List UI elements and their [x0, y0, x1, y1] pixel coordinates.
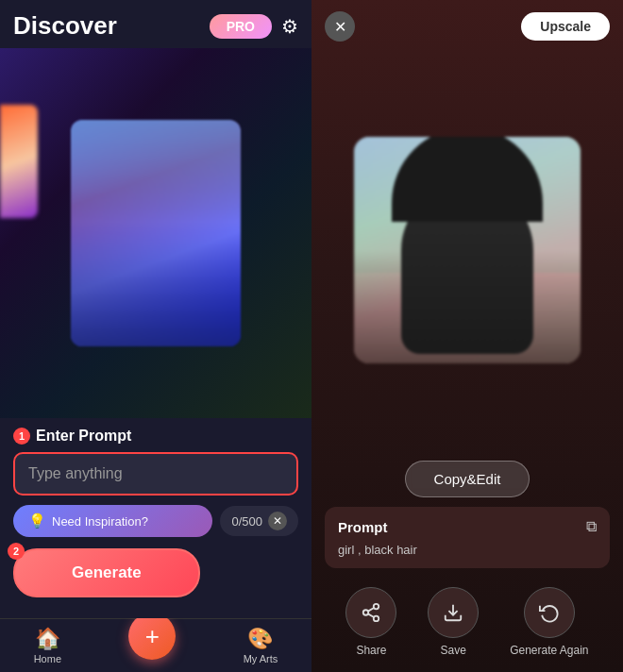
save-label: Save [441, 644, 466, 657]
step1-badge: 1 [13, 428, 30, 445]
fab-add-button[interactable]: + [128, 613, 176, 660]
copy-edit-button[interactable]: Copy&Edit [405, 461, 530, 497]
home-icon: 🏠 [35, 627, 60, 651]
girl-hair-shape [392, 137, 543, 222]
blurred-background [0, 48, 312, 418]
prompt-card-title: Prompt [338, 519, 388, 535]
action-row: Share Save Generate Again [312, 578, 623, 672]
prompt-card: Prompt ⧉ girl , black hair [325, 507, 610, 568]
generate-again-action[interactable]: Generate Again [510, 587, 588, 657]
generate-again-circle [524, 587, 575, 638]
share-circle [345, 587, 396, 638]
svg-point-1 [363, 610, 369, 615]
inspiration-row: 💡 Need Inspiration? 0/500 ✕ [13, 505, 298, 537]
svg-point-0 [374, 604, 379, 610]
prompt-placeholder-text: Type anything [28, 465, 123, 481]
settings-icon[interactable]: ⚙ [281, 15, 298, 38]
char-count-text: 0/500 [231, 514, 262, 529]
generate-button[interactable]: Generate [13, 548, 200, 597]
step2-badge: 2 [8, 543, 25, 560]
close-button[interactable]: ✕ [325, 11, 355, 42]
svg-point-2 [374, 616, 379, 622]
prompt-card-header: Prompt ⧉ [338, 518, 597, 535]
upscale-button[interactable]: Upscale [521, 12, 610, 41]
inspiration-button[interactable]: 💡 Need Inspiration? [13, 505, 212, 537]
fab-plus-icon: + [145, 622, 160, 651]
generated-image [354, 137, 581, 363]
bottom-section: 1 Enter Prompt Type anything 💡 Need Insp… [0, 418, 312, 618]
clear-input-button[interactable]: ✕ [268, 512, 287, 530]
char-count-box: 0/500 ✕ [220, 506, 298, 536]
generate-row: 2 Generate [13, 548, 298, 597]
inspiration-label: Need Inspiration? [52, 514, 148, 529]
arts-icon: 🎨 [247, 627, 273, 651]
bulb-icon: 💡 [28, 512, 46, 529]
enter-prompt-heading: Enter Prompt [36, 428, 131, 445]
image-preview-area [0, 48, 312, 418]
pro-button[interactable]: PRO [210, 14, 272, 39]
nav-home[interactable]: 🏠 Home [34, 627, 61, 664]
share-action[interactable]: Share [345, 587, 396, 657]
left-header: Discover PRO ⚙ [0, 0, 312, 48]
home-label: Home [34, 653, 61, 664]
right-panel: ✕ Upscale Copy&Edit Prompt ⧉ girl , blac… [312, 0, 623, 672]
right-header: ✕ Upscale [312, 0, 623, 49]
generate-again-label: Generate Again [510, 644, 588, 657]
arts-label: My Arts [244, 653, 278, 664]
anime-portrait-image [71, 120, 241, 346]
left-panel: Discover PRO ⚙ 1 Enter Prompt Type anyth… [0, 0, 312, 672]
svg-line-4 [368, 608, 374, 612]
header-right: PRO ⚙ [210, 14, 298, 39]
copy-prompt-button[interactable]: ⧉ [586, 518, 597, 535]
save-action[interactable]: Save [428, 587, 479, 657]
save-circle [428, 587, 479, 638]
svg-line-3 [368, 613, 374, 617]
page-title: Discover [13, 11, 117, 41]
right-image-area [312, 49, 623, 451]
prompt-input-box[interactable]: Type anything [13, 452, 298, 496]
bottom-nav: 🏠 Home + 🎨 My Arts [0, 618, 312, 672]
share-label: Share [356, 644, 386, 657]
enter-prompt-label: 1 Enter Prompt [13, 428, 298, 445]
nav-my-arts[interactable]: 🎨 My Arts [244, 627, 278, 664]
prompt-tags: girl , black hair [338, 543, 597, 557]
side-image-decoration [0, 105, 38, 218]
